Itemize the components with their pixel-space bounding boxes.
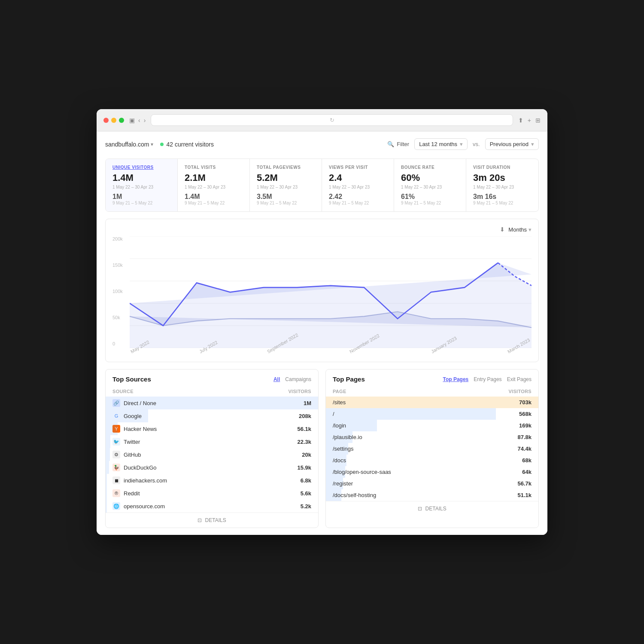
- minimize-button[interactable]: [111, 118, 116, 123]
- list-item[interactable]: /register 56.7k: [326, 478, 538, 489]
- chart-container: 200k150k100k50k0: [112, 236, 532, 348]
- col-page: Page: [333, 389, 346, 394]
- list-item[interactable]: 🐦 Twitter 22.3k: [106, 435, 318, 448]
- sidebar-toggle-icon[interactable]: ▣: [129, 117, 135, 124]
- page-name: /docs: [333, 457, 522, 464]
- list-item[interactable]: ◼ indiehackers.com 6.8k: [106, 474, 318, 487]
- panel-tab[interactable]: All: [273, 376, 280, 382]
- download-icon[interactable]: ⬇: [500, 226, 505, 233]
- list-item[interactable]: 🦆 DuckDuckGo 15.9k: [106, 461, 318, 474]
- metric-card-5[interactable]: VISIT DURATION 3m 20s 1 May 22 – 30 Apr …: [466, 159, 538, 211]
- comparison-selector[interactable]: Previous period ▾: [485, 138, 539, 150]
- chart-x-labels: May 2022July 2022September 2022November …: [112, 348, 532, 355]
- metric-label: VISIT DURATION: [473, 165, 532, 170]
- col-visitors: Visitors: [288, 389, 311, 394]
- metric-card-0[interactable]: UNIQUE VISITORS 1.4M 1 May 22 – 30 Apr 2…: [106, 159, 178, 211]
- metric-period: 1 May 22 – 30 Apr 23: [112, 185, 170, 189]
- panel-tab[interactable]: Exit Pages: [507, 376, 532, 382]
- list-item[interactable]: 🔗 Direct / None 1M: [106, 397, 318, 409]
- panel-tab[interactable]: Entry Pages: [474, 376, 501, 382]
- source-name: Direct / None: [124, 400, 304, 406]
- panel-tab[interactable]: Top Pages: [443, 376, 468, 382]
- sources-footer[interactable]: ⊡ DETAILS: [106, 513, 318, 528]
- list-item[interactable]: /login 169k: [326, 420, 538, 431]
- metric-period: 1 May 22 – 30 Apr 23: [185, 185, 243, 189]
- y-label: 50k: [112, 315, 123, 320]
- metric-prev-value: 61%: [401, 193, 459, 201]
- source-value: 5.6k: [301, 490, 311, 497]
- source-icon: 🐦: [112, 438, 120, 446]
- close-button[interactable]: [103, 118, 109, 123]
- list-item[interactable]: ⚙ GitHub 20k: [106, 448, 318, 461]
- panel-tab[interactable]: Campaigns: [285, 376, 311, 382]
- list-item[interactable]: /blog/open-source-saas 64k: [326, 466, 538, 478]
- date-range-selector[interactable]: Last 12 months ▾: [414, 138, 468, 150]
- list-item[interactable]: Y Hacker News 56.1k: [106, 422, 318, 435]
- source-value: 6.8k: [301, 477, 311, 484]
- row-bar: [106, 487, 107, 500]
- address-bar[interactable]: ↻: [151, 114, 513, 126]
- months-label: Months: [508, 226, 527, 233]
- grid-icon[interactable]: ⊞: [535, 117, 541, 124]
- list-item[interactable]: ® Reddit 5.6k: [106, 487, 318, 500]
- metric-card-4[interactable]: BOUNCE RATE 60% 1 May 22 – 30 Apr 23 61%…: [394, 159, 466, 211]
- source-name: GitHub: [124, 452, 302, 458]
- metric-prev-period: 9 May 21 – 5 May 22: [329, 201, 387, 205]
- new-tab-icon[interactable]: +: [528, 117, 531, 124]
- filter-label: Filter: [397, 141, 409, 147]
- chevron-down-icon: ▾: [460, 141, 463, 147]
- col-visitors: Visitors: [508, 389, 532, 394]
- metric-prev-value: 1.4M: [185, 193, 243, 201]
- page-name: /plausible.io: [333, 434, 517, 440]
- panel-tabs: Top PagesEntry PagesExit Pages: [443, 376, 532, 382]
- list-item[interactable]: /docs/self-hosting 51.1k: [326, 489, 538, 501]
- col-source: Source: [112, 389, 134, 394]
- source-value: 22.3k: [297, 439, 311, 445]
- list-item[interactable]: 🌐 opensource.com 5.2k: [106, 500, 318, 513]
- metric-card-2[interactable]: TOTAL PAGEVIEWS 5.2M 1 May 22 – 30 Apr 2…: [250, 159, 322, 211]
- page-name: /docs/self-hosting: [333, 492, 517, 498]
- chevron-down-icon: ▾: [151, 141, 153, 147]
- sources-rows: 🔗 Direct / None 1M G Google 208k Y Hacke…: [106, 397, 318, 513]
- pages-footer[interactable]: ⊡ DETAILS: [326, 501, 538, 516]
- months-selector[interactable]: Months ▾: [508, 226, 532, 233]
- page-value: 56.7k: [517, 480, 532, 487]
- source-value: 5.2k: [301, 503, 311, 510]
- panel-header: Top Pages Top PagesEntry PagesExit Pages: [326, 369, 538, 387]
- row-bar: [106, 461, 109, 474]
- traffic-lights: [103, 118, 124, 123]
- metric-value: 2.1M: [185, 172, 243, 183]
- share-icon[interactable]: ⬆: [518, 117, 523, 124]
- back-icon[interactable]: ‹: [138, 117, 140, 124]
- forward-icon[interactable]: ›: [144, 117, 146, 124]
- metric-label: VIEWS PER VISIT: [329, 165, 387, 170]
- list-item[interactable]: /sites 703k: [326, 397, 538, 408]
- metric-card-3[interactable]: VIEWS PER VISIT 2.4 1 May 22 – 30 Apr 23…: [322, 159, 394, 211]
- list-item[interactable]: G Google 208k: [106, 409, 318, 422]
- site-selector[interactable]: sandbuffalo.com ▾: [105, 141, 153, 148]
- source-value: 15.9k: [297, 464, 311, 471]
- metric-prev-period: 9 May 21 – 5 May 22: [401, 201, 459, 205]
- chart-svg: [130, 236, 532, 348]
- list-item[interactable]: / 568k: [326, 408, 538, 420]
- panel-tabs: AllCampaigns: [273, 376, 311, 382]
- list-item[interactable]: /settings 74.4k: [326, 443, 538, 455]
- page-value: 68k: [522, 457, 532, 464]
- source-name: Reddit: [124, 490, 301, 497]
- list-item[interactable]: /docs 68k: [326, 455, 538, 466]
- maximize-button[interactable]: [119, 118, 124, 123]
- source-value: 56.1k: [297, 426, 311, 432]
- source-name: DuckDuckGo: [124, 464, 297, 471]
- top-bar: sandbuffalo.com ▾ 42 current visitors 🔍 …: [105, 138, 539, 150]
- browser-window: ▣ ‹ › ↻ ⬆ + ⊞ sandbuffalo.com ▾ 42 curre…: [97, 109, 547, 535]
- y-label: 150k: [112, 262, 123, 268]
- svg-marker-8: [130, 263, 532, 348]
- source-icon: 🌐: [112, 502, 120, 510]
- panel-cols: Page Visitors: [326, 387, 538, 397]
- list-item[interactable]: /plausible.io 87.8k: [326, 431, 538, 443]
- filter-button[interactable]: 🔍 Filter: [387, 141, 409, 147]
- metric-card-1[interactable]: TOTAL VISITS 2.1M 1 May 22 – 30 Apr 23 1…: [178, 159, 250, 211]
- page-name: /: [333, 411, 519, 417]
- chart-header: ⬇ Months ▾: [112, 226, 532, 233]
- metric-value: 1.4M: [112, 172, 170, 183]
